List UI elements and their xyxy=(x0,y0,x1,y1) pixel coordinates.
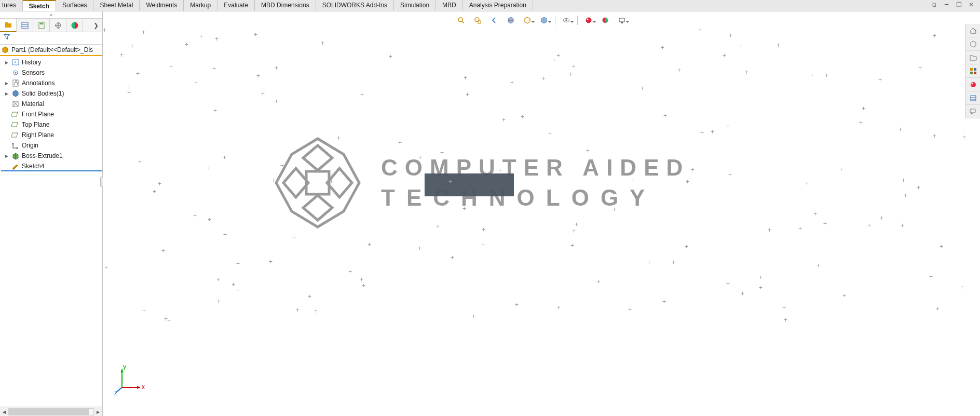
taskpane-appearances[interactable] xyxy=(966,78,980,91)
hud-display-style[interactable] xyxy=(538,15,550,26)
taskpane-view-palette[interactable] xyxy=(966,64,980,78)
sketch-point: + xyxy=(631,177,635,183)
tab-sheet-metal[interactable]: Sheet Metal xyxy=(93,0,140,11)
fm-tab-dimxpert[interactable] xyxy=(50,19,66,32)
sketch-point: + xyxy=(216,276,220,283)
sketch-point: + xyxy=(784,317,787,323)
hud-zoom-fit[interactable] xyxy=(455,15,467,26)
apply-scene-icon xyxy=(601,16,609,24)
tree-node-history[interactable]: ▸History xyxy=(1,57,102,68)
view-triad[interactable]: x y z xyxy=(114,364,145,395)
expand-icon[interactable]: ▸ xyxy=(4,152,9,159)
taskpane-home[interactable] xyxy=(966,24,980,37)
property-icon xyxy=(21,21,29,30)
tab-mbd-dimensions[interactable]: MBD Dimensions xyxy=(255,0,316,11)
tab-simulation[interactable]: Simulation xyxy=(394,0,436,11)
svg-rect-47 xyxy=(306,171,329,194)
tab-analysis-preparation[interactable]: Analysis Preparation xyxy=(463,0,533,11)
sensors-icon xyxy=(11,69,20,77)
sketch-point: + xyxy=(502,117,506,123)
tree-node-label: Top Plane xyxy=(22,121,49,128)
svg-marker-48 xyxy=(303,145,332,170)
svg-rect-3 xyxy=(39,22,44,29)
fm-tab-tree[interactable] xyxy=(0,19,17,32)
hud-view-orientation[interactable] xyxy=(522,15,533,26)
scroll-track[interactable] xyxy=(8,408,94,415)
expand-icon[interactable]: ▸ xyxy=(4,79,9,87)
collapse-icon[interactable]: ⧉ xyxy=(930,1,937,8)
tree-node-material-not-specified-[interactable]: Material xyxy=(1,99,102,109)
sketch-point: + xyxy=(451,254,454,261)
tab-sketch[interactable]: Sketch xyxy=(23,0,56,11)
sketch-point: + xyxy=(936,306,940,312)
sketch-point: + xyxy=(904,192,907,198)
sketch-point: + xyxy=(194,80,198,86)
sketch-point: + xyxy=(839,166,843,172)
dimxpert-icon xyxy=(54,21,62,30)
svg-text:A: A xyxy=(14,79,18,86)
tree-node-label: Boss-Extrude1 xyxy=(22,152,63,159)
fm-tab-display[interactable] xyxy=(66,19,83,32)
fm-horizontal-scrollbar[interactable]: ◂ ▸ xyxy=(0,407,102,416)
hud-section-view[interactable] xyxy=(505,15,516,26)
tree-node-top-plane[interactable]: Top Plane xyxy=(1,119,102,130)
sketch-point: + xyxy=(901,222,904,229)
sketch-point: + xyxy=(296,307,300,313)
sketch-text-line2: TECHNOLOGY xyxy=(381,185,656,211)
tab-label: Evaluate xyxy=(224,2,248,9)
sketch-point: + xyxy=(729,32,732,38)
sketch-point: + xyxy=(321,40,324,46)
tab-markup[interactable]: Markup xyxy=(184,0,217,11)
tree-node-label: Right Plane xyxy=(22,131,54,139)
tree-node-right-plane[interactable]: Right Plane xyxy=(1,130,102,140)
fm-root-node[interactable]: Part1 (Default<<Default>_Dis xyxy=(0,45,102,56)
sketch-point: + xyxy=(862,105,865,112)
taskpane-file-explorer[interactable] xyxy=(966,51,980,64)
panel-grip[interactable]: ∘ xyxy=(0,11,102,19)
sketch-point: + xyxy=(647,259,651,265)
hud-edit-appearance[interactable] xyxy=(583,15,594,26)
tab-label: Simulation xyxy=(400,2,429,9)
restore-icon[interactable]: ❐ xyxy=(955,1,962,8)
svg-marker-49 xyxy=(303,195,332,220)
tab-weldments[interactable]: Weldments xyxy=(140,0,184,11)
tab-mbd[interactable]: MBD xyxy=(436,0,463,11)
tree-icon xyxy=(4,21,12,29)
tab-label: Sheet Metal xyxy=(100,2,133,9)
tab-surfaces[interactable]: Surfaces xyxy=(56,0,93,11)
expand-icon[interactable]: ▸ xyxy=(4,90,9,97)
sketch-point: + xyxy=(782,305,786,311)
tree-node-solid-bodies-1-[interactable]: ▸Solid Bodies(1) xyxy=(1,88,102,99)
tree-node-sensors[interactable]: Sensors xyxy=(1,68,102,78)
tree-node-annotations[interactable]: ▸AAnnotations xyxy=(1,78,102,88)
fm-expand-icon[interactable]: ❯ xyxy=(90,22,102,29)
expand-icon[interactable]: ▸ xyxy=(4,59,9,66)
tree-node-sketch4[interactable]: Sketch4 xyxy=(1,161,102,171)
scroll-left-icon[interactable]: ◂ xyxy=(0,408,8,415)
hud-previous-view[interactable] xyxy=(488,15,500,26)
fm-tab-configuration[interactable] xyxy=(33,19,50,32)
hud-hide-show[interactable] xyxy=(561,15,572,26)
sketch-point: + xyxy=(254,32,257,38)
taskpane-forum[interactable] xyxy=(966,105,980,118)
tree-node-boss-extrude1[interactable]: ▸Boss-Extrude1 xyxy=(1,151,102,161)
tab-evaluate[interactable]: Evaluate xyxy=(217,0,255,11)
fm-filter-bar[interactable] xyxy=(0,32,102,45)
tree-node-origin[interactable]: Origin xyxy=(1,140,102,151)
hud-view-settings[interactable] xyxy=(616,15,628,26)
fm-tab-property-manager[interactable] xyxy=(17,19,33,32)
tab-features[interactable]: tures xyxy=(0,0,23,11)
minimize-icon[interactable]: ━ xyxy=(943,1,950,8)
graphics-area[interactable]: COMPUTER AIDED TECHNOLOGY ++++++++++++++… xyxy=(103,11,980,416)
sketch-point: + xyxy=(472,313,475,319)
tree-node-front-plane[interactable]: Front Plane xyxy=(1,109,102,119)
hud-zoom-area[interactable] xyxy=(472,15,483,26)
taskpane-custom-properties[interactable] xyxy=(966,91,980,105)
sketch-point: + xyxy=(337,135,341,141)
scroll-thumb[interactable] xyxy=(9,409,89,415)
taskpane-resources[interactable] xyxy=(966,37,980,51)
scroll-right-icon[interactable]: ▸ xyxy=(94,408,102,415)
tab-solidworks-addins[interactable]: SOLIDWORKS Add-Ins xyxy=(316,0,394,11)
hud-apply-scene[interactable] xyxy=(600,15,611,26)
close-icon[interactable]: ✕ xyxy=(968,1,975,8)
